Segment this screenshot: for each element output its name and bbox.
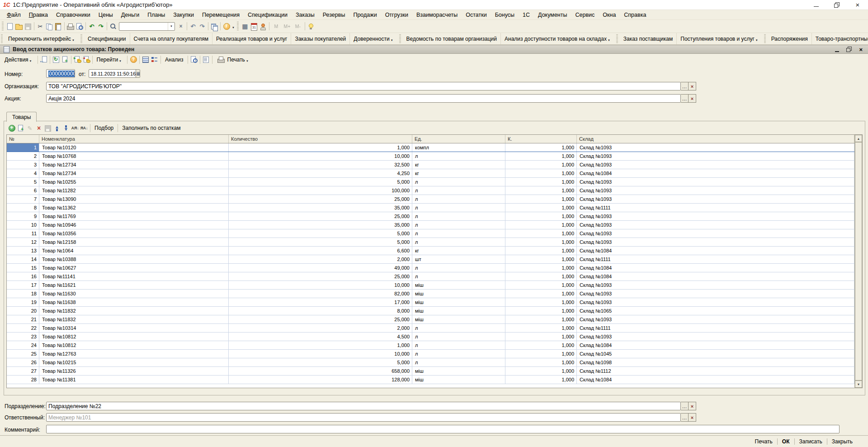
- table-row[interactable]: 25Товар №1276310,000л1,000Склад №1045: [7, 350, 854, 358]
- doc-restore-icon[interactable]: [846, 47, 852, 52]
- clear-search-icon[interactable]: ×: [177, 23, 185, 30]
- move-row-down-icon[interactable]: ▼: [62, 124, 70, 132]
- close-button[interactable]: ×: [847, 0, 868, 10]
- output-list-icon[interactable]: [202, 56, 210, 63]
- menu-item-Правка[interactable]: Правка: [25, 11, 52, 19]
- interface-button[interactable]: Заказ поставщикам: [620, 33, 676, 44]
- table-row[interactable]: 27Товар №11326658,000міш1,000Склад №1112: [7, 367, 854, 376]
- column-header-3[interactable]: Ед.: [412, 135, 505, 143]
- table-row[interactable]: 3Товар №1273432,500кг1,000Склад №1093: [7, 161, 854, 169]
- move-row-up-icon[interactable]: ▲: [53, 124, 61, 132]
- department-field[interactable]: Подразделение №22: [46, 402, 681, 410]
- table-row[interactable]: 20Товар №118328,000міш1,000Склад №1065: [7, 307, 854, 315]
- table-row[interactable]: 17Товар №1162110,000міш1,000Склад №1093: [7, 281, 854, 290]
- go-to-button[interactable]: Перейти▼: [94, 56, 126, 64]
- promo-clear-button[interactable]: ×: [689, 94, 696, 103]
- list-settings-icon[interactable]: [151, 56, 159, 63]
- delete-row-icon[interactable]: ×: [35, 124, 43, 132]
- table-row[interactable]: 24Товар №108121,000л1,000Склад №1084: [7, 341, 854, 350]
- actions-button[interactable]: Действия▼: [2, 56, 36, 64]
- doc-minimize-icon[interactable]: [835, 47, 839, 52]
- table-row[interactable]: 12Товар №121585,000л1,000Склад №1093: [7, 238, 854, 247]
- menu-item-Окна[interactable]: Окна: [599, 11, 620, 19]
- number-field[interactable]: 00000000001: [46, 69, 75, 78]
- menu-item-Бонусы[interactable]: Бонусы: [491, 11, 519, 19]
- open-file-icon[interactable]: [15, 23, 23, 30]
- menu-item-Справочники[interactable]: Справочники: [52, 11, 94, 19]
- unpost-document-icon[interactable]: ◄: [82, 56, 90, 63]
- interface-button[interactable]: Спецификации: [84, 33, 129, 44]
- menu-item-Заказы[interactable]: Заказы: [292, 11, 319, 19]
- restore-button[interactable]: [826, 0, 847, 10]
- table-row[interactable]: 18Товар №1163082,000міш1,000Склад №1093: [7, 290, 854, 298]
- interface-button[interactable]: Счета на оплату покупателям: [130, 33, 212, 44]
- organization-field[interactable]: ТОВ "АГРОДИСТРИБ'ЮТОР": [46, 82, 681, 90]
- scroll-thumb[interactable]: [855, 142, 862, 380]
- help-icon[interactable]: ?: [129, 56, 137, 63]
- interface-button[interactable]: Товаро-транспортные▼: [811, 33, 868, 44]
- print-button[interactable]: Печать▼: [214, 54, 253, 65]
- table-row[interactable]: 1Товар №101201,000компл1,000Склад №1093: [7, 143, 854, 152]
- print-icon[interactable]: [217, 56, 225, 63]
- sort-descending-icon[interactable]: ЯА↓: [80, 124, 88, 132]
- table-row[interactable]: 28Товар №11381128,000міш1,000Склад №1084: [7, 376, 854, 384]
- copy-icon[interactable]: [45, 23, 53, 30]
- calculator-icon[interactable]: ▦: [241, 23, 249, 30]
- menu-item-Документы[interactable]: Документы: [534, 11, 571, 19]
- scroll-down-icon[interactable]: ▼: [855, 380, 862, 388]
- redo-icon[interactable]: ↷: [97, 23, 105, 30]
- column-header-5[interactable]: Склад: [577, 135, 854, 143]
- doc-close-icon[interactable]: ×: [859, 47, 863, 52]
- table-row[interactable]: 19Товар №1163817,000міш1,000Склад №1093: [7, 298, 854, 307]
- menu-item-Цены[interactable]: Цены: [94, 11, 117, 19]
- interface-button[interactable]: Заказы покупателей: [291, 33, 349, 44]
- menu-item-1С[interactable]: 1С: [519, 11, 534, 19]
- open-windows-icon[interactable]: [210, 23, 218, 30]
- table-row[interactable]: 4Товар №127344,250кг1,000Склад №1084: [7, 169, 854, 178]
- responsible-select-button[interactable]: …: [681, 413, 689, 422]
- table-row[interactable]: 2Товар №1076810,000л1,000Склад №1093: [7, 152, 854, 161]
- undo-icon[interactable]: ↶: [88, 23, 96, 30]
- menu-item-Планы[interactable]: Планы: [143, 11, 169, 19]
- responsible-clear-button[interactable]: ×: [689, 413, 696, 422]
- column-header-2[interactable]: Количество: [229, 135, 412, 143]
- sort-ascending-icon[interactable]: АЯ↓: [71, 124, 79, 132]
- column-header-1[interactable]: Номенклатура: [39, 135, 229, 143]
- minimize-button[interactable]: [806, 0, 826, 10]
- print-preview-icon[interactable]: [75, 23, 84, 30]
- find-in-list-icon[interactable]: [190, 56, 198, 63]
- tab-goods[interactable]: Товары: [6, 112, 37, 122]
- print-footer-button[interactable]: Печать: [750, 437, 777, 446]
- department-select-button[interactable]: …: [681, 402, 689, 410]
- new-document-icon[interactable]: [6, 23, 14, 30]
- menu-item-Спецификации[interactable]: Спецификации: [244, 11, 292, 19]
- table-row[interactable]: 21Товар №1183225,000міш1,000Склад №1093: [7, 315, 854, 324]
- menu-item-Справка[interactable]: Справка: [620, 11, 650, 19]
- interface-button[interactable]: Переключить интерфейс▼: [5, 33, 80, 44]
- menu-item-Остатки[interactable]: Остатки: [462, 11, 491, 19]
- write-button[interactable]: Записать: [795, 437, 827, 446]
- search-dropdown-icon[interactable]: ▼: [168, 23, 175, 30]
- history-back-icon[interactable]: ↶: [189, 23, 197, 30]
- fill-by-balances-button[interactable]: Заполнить по остаткам: [119, 124, 183, 132]
- department-clear-button[interactable]: ×: [689, 402, 696, 410]
- table-row[interactable]: 13Товар №10646,600кг1,000Склад №1084: [7, 247, 854, 255]
- menu-item-Сервис[interactable]: Сервис: [571, 11, 599, 19]
- table-row[interactable]: 22Товар №103142,000л1,000Склад №1111: [7, 324, 854, 333]
- history-forward-icon[interactable]: ↷: [198, 23, 206, 30]
- table-row[interactable]: 26Товар №102155,000л1,000Склад №1098: [7, 358, 854, 367]
- table-row[interactable]: 10Товар №1094635,000л1,000Склад №1093: [7, 221, 854, 229]
- close-button[interactable]: Закрыть: [827, 437, 857, 446]
- table-row[interactable]: 15Товар №1062749,000л1,000Склад №1084: [7, 264, 854, 272]
- menu-item-Закупки[interactable]: Закупки: [169, 11, 198, 19]
- pick-button[interactable]: Подбор: [92, 124, 116, 132]
- calendar-icon[interactable]: 31: [250, 23, 258, 30]
- interface-button[interactable]: Реализация товаров и услуг: [212, 33, 291, 44]
- interface-button[interactable]: Поступления товаров и услуг▼: [676, 33, 763, 44]
- cut-icon[interactable]: ✂: [36, 23, 44, 30]
- table-row[interactable]: 5Товар №102555,000л1,000Склад №1093: [7, 178, 854, 186]
- add-row-icon[interactable]: +: [8, 124, 16, 132]
- write-icon[interactable]: ←: [40, 56, 48, 63]
- menu-item-Перемещения[interactable]: Перемещения: [198, 11, 244, 19]
- table-row[interactable]: 14Товар №103882,000шт1,000Склад №1111: [7, 255, 854, 264]
